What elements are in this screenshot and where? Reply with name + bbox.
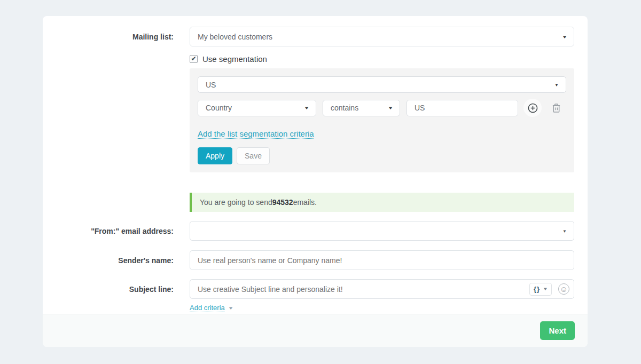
subject-line-row: Subject line: {} ▼ ☺	[43, 279, 574, 299]
subject-line-label: Subject line:	[43, 285, 190, 294]
criteria-field-value: Country	[206, 104, 232, 112]
from-email-row: "From:" email address: ▼	[43, 221, 574, 241]
criteria-condition-select[interactable]: contains ▼	[323, 100, 400, 116]
variables-braces-icon: {}	[534, 285, 540, 293]
criteria-condition-value: contains	[331, 104, 358, 112]
subject-line-input[interactable]	[190, 279, 574, 299]
next-button[interactable]: Next	[540, 321, 575, 340]
add-criteria-button[interactable]	[523, 99, 542, 117]
add-segmentation-criteria-link[interactable]: Add the list segmentation criteria	[198, 129, 314, 139]
chevron-down-icon: ▼	[303, 106, 309, 110]
segmentation-panel: US ▼ Country ▼ contains ▼	[190, 68, 574, 172]
emoji-picker-button[interactable]: ☺	[558, 283, 569, 295]
segment-select[interactable]: US ▼	[198, 76, 566, 93]
segment-select-value: US	[206, 81, 216, 89]
add-criteria-row: Add criteria ▼	[190, 304, 574, 312]
segmentation-criteria-row: Country ▼ contains ▼	[198, 99, 566, 117]
personalization-variables-button[interactable]: {} ▼	[529, 283, 552, 296]
use-segmentation-checkbox[interactable]: ✔	[190, 55, 198, 63]
card-footer: Next	[43, 314, 588, 347]
save-button[interactable]: Save	[237, 147, 270, 164]
alert-text-suffix: emails.	[293, 198, 317, 207]
chevron-down-icon: ▼	[543, 287, 548, 291]
use-segmentation-row: ✔ Use segmentation	[190, 54, 574, 64]
alert-text-prefix: You are going to send	[200, 198, 272, 207]
checkmark-icon: ✔	[191, 55, 196, 62]
chevron-down-icon: ▼	[562, 228, 567, 233]
criteria-value-input[interactable]	[407, 100, 518, 116]
plus-circle-icon	[528, 103, 538, 113]
apply-button[interactable]: Apply	[198, 147, 232, 164]
add-criteria-link[interactable]: Add criteria	[190, 304, 225, 312]
chevron-down-icon: ▼	[228, 306, 233, 311]
mailing-list-select[interactable]: My beloved customers ▼	[190, 27, 574, 46]
delete-criteria-button[interactable]	[547, 99, 565, 117]
from-email-label: "From:" email address:	[43, 227, 190, 235]
send-count: 94532	[272, 198, 293, 207]
sender-name-row: Sender's name:	[43, 250, 574, 270]
mailing-list-row: Mailing list: My beloved customers ▼	[43, 27, 574, 46]
chevron-down-icon: ▼	[561, 34, 567, 39]
from-email-select[interactable]: ▼	[190, 221, 574, 241]
use-segmentation-label[interactable]: Use segmentation	[202, 54, 267, 64]
sender-name-label: Sender's name:	[43, 256, 190, 265]
chevron-down-icon: ▼	[554, 82, 559, 87]
chevron-down-icon: ▼	[387, 106, 393, 110]
send-count-alert: You are going to send 94532 emails.	[190, 193, 574, 212]
criteria-field-select[interactable]: Country ▼	[198, 100, 316, 116]
trash-icon	[552, 103, 561, 113]
mailing-list-label: Mailing list:	[43, 33, 190, 41]
campaign-settings-card: Mailing list: My beloved customers ▼ ✔ U…	[43, 16, 588, 347]
mailing-list-value: My beloved customers	[198, 33, 272, 41]
sender-name-input[interactable]	[190, 250, 574, 270]
smiley-icon: ☺	[560, 285, 568, 293]
